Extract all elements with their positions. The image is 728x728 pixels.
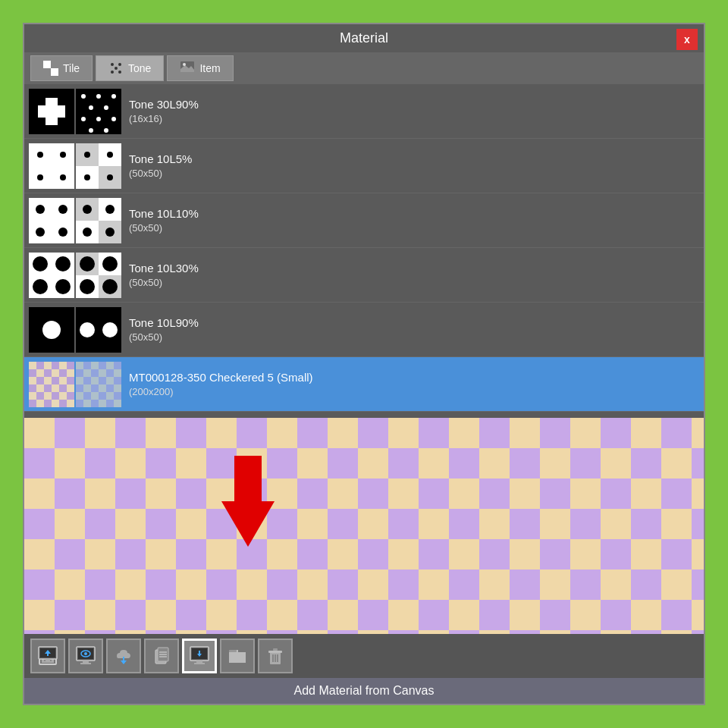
thumb1 [29, 253, 74, 298]
item-info: Tone 10L10% (50x50) [129, 206, 199, 235]
svg-point-42 [58, 205, 67, 214]
svg-point-56 [33, 279, 48, 294]
svg-point-44 [58, 228, 67, 237]
item-name: Tone 10L30% [129, 260, 199, 276]
add-canvas-button[interactable] [182, 639, 217, 673]
svg-point-12 [183, 63, 186, 66]
svg-rect-1 [51, 61, 58, 68]
svg-point-28 [37, 152, 43, 158]
svg-point-30 [37, 174, 43, 180]
svg-point-64 [80, 279, 95, 294]
thumbnails [29, 198, 121, 243]
svg-point-17 [81, 94, 86, 99]
svg-rect-98 [229, 650, 237, 652]
thumbnails [29, 307, 121, 353]
svg-point-29 [60, 152, 66, 158]
title-bar: Material x [24, 24, 704, 52]
thumb1 [29, 143, 74, 189]
svg-point-70 [102, 322, 118, 337]
svg-point-25 [89, 128, 93, 133]
list-item[interactable]: Tone 10L90% (50x50) [24, 303, 704, 357]
svg-point-36 [84, 152, 90, 158]
dialog-title: Material [340, 30, 388, 46]
svg-point-65 [102, 279, 118, 294]
svg-point-55 [55, 256, 71, 271]
item-name: Tone 10L5% [129, 151, 192, 167]
svg-rect-15 [38, 105, 65, 118]
delete-button[interactable] [258, 639, 293, 673]
thumbnails [29, 89, 121, 134]
svg-rect-95 [196, 661, 202, 663]
tab-tile[interactable]: Tile [30, 55, 93, 81]
list-item[interactable]: Tone 10L30% (50x50) [24, 248, 704, 303]
arrow-indicator [221, 456, 275, 547]
copy-button[interactable] [144, 639, 179, 673]
tab-tone[interactable]: Tone [96, 55, 164, 81]
svg-point-52 [105, 228, 115, 237]
thumb2 [76, 198, 121, 243]
thumb2 [76, 89, 121, 134]
download-button[interactable] [106, 639, 141, 673]
svg-point-6 [118, 63, 121, 66]
item-name: MT000128-350 Checkered 5 (Small) [129, 369, 313, 385]
tone-icon [108, 61, 124, 76]
list-item[interactable]: Tone 30L90% (16x16) [24, 84, 704, 139]
tab-bar: Tile Tone [24, 52, 704, 84]
thumb1 [29, 362, 74, 407]
item-name: Tone 10L10% [129, 206, 199, 221]
svg-point-8 [118, 71, 121, 74]
tab-item[interactable]: Item [167, 55, 233, 81]
svg-rect-101 [273, 648, 278, 651]
close-button[interactable]: x [676, 29, 698, 50]
thumbnails [29, 143, 121, 189]
item-size: (200x200) [129, 385, 313, 399]
tab-item-label: Item [199, 62, 220, 74]
svg-rect-0 [43, 61, 51, 68]
thumbnails [29, 362, 121, 407]
svg-point-49 [83, 205, 92, 214]
svg-rect-3 [51, 68, 58, 76]
svg-marker-87 [121, 661, 127, 664]
svg-point-24 [111, 117, 116, 121]
select-button[interactable] [68, 639, 103, 673]
item-size: (50x50) [129, 276, 199, 290]
item-size: (50x50) [129, 331, 199, 344]
svg-point-69 [80, 322, 95, 337]
svg-point-85 [84, 652, 87, 655]
list-item[interactable]: Tone 10L10% (50x50) [24, 193, 704, 248]
tile-icon [43, 61, 58, 76]
svg-point-5 [111, 63, 114, 66]
item-info: Tone 10L30% (50x50) [129, 260, 199, 290]
svg-point-67 [42, 321, 61, 339]
svg-point-50 [105, 205, 115, 214]
svg-rect-83 [80, 663, 91, 664]
arrow-shaft [234, 456, 262, 501]
item-name: Tone 10L90% [129, 315, 199, 331]
item-size: (50x50) [129, 167, 192, 180]
item-info: Tone 10L5% (50x50) [129, 151, 192, 180]
svg-point-51 [83, 228, 92, 237]
material-dialog: Material x Tile [23, 23, 705, 705]
toolbar [24, 634, 704, 678]
svg-point-26 [104, 128, 108, 133]
svg-point-54 [33, 256, 48, 271]
svg-rect-77 [46, 659, 50, 661]
item-info: Tone 30L90% (16x16) [129, 96, 199, 126]
material-list[interactable]: Tone 30L90% (16x16) [24, 84, 704, 418]
svg-point-37 [107, 152, 113, 158]
save-canvas-button[interactable] [30, 639, 65, 673]
thumb1 [29, 307, 74, 353]
svg-rect-40 [29, 198, 74, 243]
thumb2 [76, 307, 121, 353]
list-item[interactable]: Tone 10L5% (50x50) [24, 139, 704, 193]
thumb1 [29, 198, 74, 243]
list-item-selected[interactable]: MT000128-350 Checkered 5 (Small) (200x20… [24, 357, 704, 412]
svg-point-22 [81, 117, 86, 121]
item-size: (50x50) [129, 221, 199, 235]
item-info: MT000128-350 Checkered 5 (Small) (200x20… [129, 369, 313, 399]
svg-rect-78 [43, 661, 52, 663]
item-name: Tone 30L90% [129, 96, 199, 112]
tooltip-bar: Add Material from Canvas [24, 678, 704, 704]
svg-point-9 [115, 67, 118, 70]
open-folder-button[interactable] [220, 639, 255, 673]
